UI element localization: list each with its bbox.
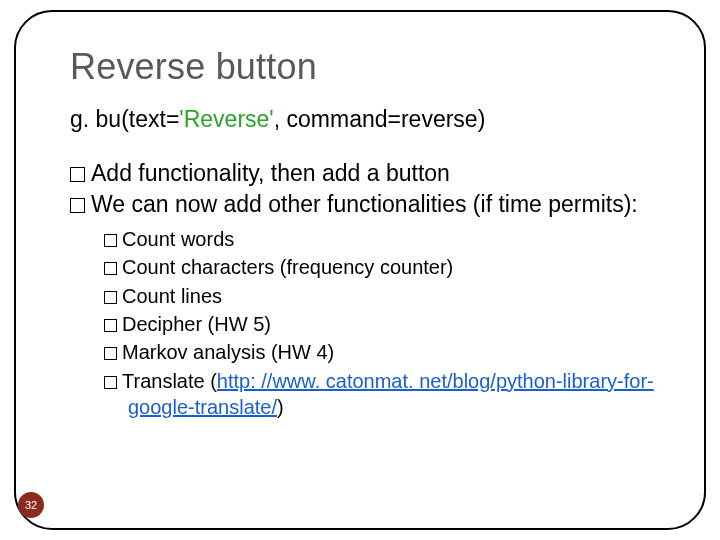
sub-bullet-text: Count lines: [122, 285, 222, 307]
bullet-text: We can now add other functionalities (if…: [91, 191, 638, 217]
page-number-badge: 32: [18, 492, 44, 518]
translate-label: Translate (: [122, 370, 217, 392]
checkbox-icon: [104, 262, 117, 275]
sub-bullet-item: Count lines: [104, 283, 662, 309]
bullet-list: Add functionality, then add a button We …: [70, 159, 662, 220]
sub-bullet-list: Count words Count characters (frequency …: [104, 226, 662, 421]
sub-bullet-item: Count words: [104, 226, 662, 252]
checkbox-icon: [104, 291, 117, 304]
slide-frame: Reverse button g. bu(text='Reverse', com…: [14, 10, 706, 530]
checkbox-icon: [70, 198, 85, 213]
checkbox-icon: [104, 347, 117, 360]
bullet-text: Add functionality, then add a button: [91, 160, 450, 186]
checkbox-icon: [104, 234, 117, 247]
sub-bullet-item: Markov analysis (HW 4): [104, 339, 662, 365]
sub-bullet-item: Translate (http: //www. catonmat. net/bl…: [104, 368, 662, 421]
code-line: g. bu(text='Reverse', command=reverse): [70, 106, 662, 133]
sub-bullet-text: Markov analysis (HW 4): [122, 341, 334, 363]
sub-bullet-text: Decipher (HW 5): [122, 313, 271, 335]
bullet-item: Add functionality, then add a button: [70, 159, 662, 188]
page-number: 32: [25, 499, 37, 511]
code-pre: g. bu(text=: [70, 106, 179, 132]
checkbox-icon: [70, 167, 85, 182]
sub-bullet-text: Count words: [122, 228, 234, 250]
sub-bullet-item: Decipher (HW 5): [104, 311, 662, 337]
bullet-item: We can now add other functionalities (if…: [70, 190, 662, 219]
code-post: , command=reverse): [274, 106, 486, 132]
code-string: 'Reverse': [179, 106, 273, 132]
checkbox-icon: [104, 319, 117, 332]
slide-title: Reverse button: [70, 46, 662, 88]
sub-bullet-item: Count characters (frequency counter): [104, 254, 662, 280]
translate-close: ): [277, 396, 284, 418]
slide: Reverse button g. bu(text='Reverse', com…: [0, 0, 720, 540]
checkbox-icon: [104, 376, 117, 389]
sub-bullet-text: Count characters (frequency counter): [122, 256, 453, 278]
